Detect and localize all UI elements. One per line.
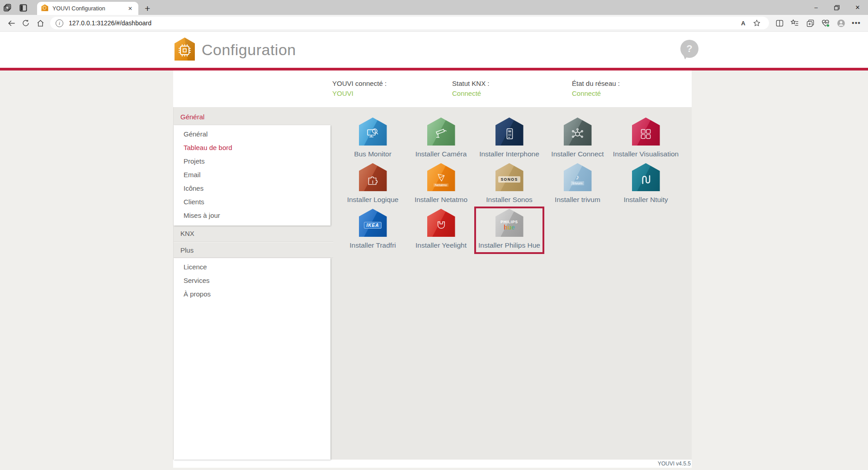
tile-installer-netatmo[interactable]: Netatmo Installer Netatmo: [407, 162, 475, 207]
url-text[interactable]: 127.0.0.1:31226/#/dashboard: [69, 19, 736, 27]
tile-label: Installer Netatmo: [415, 196, 467, 204]
tile-label: Installer Logique: [347, 196, 399, 204]
tile-label: Bus Monitor: [354, 150, 392, 158]
ntuity-logo-icon: [632, 163, 660, 191]
config-panel: YOUVI connecté : YOUVI Statut KNX : Conn…: [173, 70, 692, 468]
tile-installer-yeelight[interactable]: Installer Yeelight: [407, 207, 475, 253]
sidebar-section-general[interactable]: Général: [174, 109, 333, 125]
tile-installer-logique[interactable]: Installer Logique: [339, 162, 407, 207]
dashboard-main: Bus Monitor Installer Caméra Installer I…: [333, 107, 692, 460]
sidebar-section-knx[interactable]: KNX: [174, 226, 333, 242]
tile-label: Installer Ntuity: [623, 196, 668, 204]
browser-essentials-icon[interactable]: [818, 16, 833, 30]
window-minimize-button[interactable]: –: [806, 0, 826, 15]
tab-favicon-house-icon: [41, 4, 48, 13]
tile-bus-monitor[interactable]: Bus Monitor: [339, 116, 407, 162]
status-youvi: YOUVI connecté : YOUVI: [332, 80, 452, 107]
workspaces-icon[interactable]: [1, 1, 14, 14]
tab-title: YOUVI Configuration: [52, 5, 126, 12]
puzzle-piece-icon: [359, 163, 387, 191]
favorites-icon[interactable]: [787, 16, 802, 30]
tile-installer-visualisation[interactable]: Installer Visualisation: [612, 116, 680, 162]
netatmo-logo-icon: Netatmo: [427, 163, 455, 191]
tile-installer-trivum[interactable]: ♪ trivum Installer trivum: [543, 162, 612, 207]
page-title: Configuration: [202, 41, 296, 59]
window-close-button[interactable]: ✕: [847, 0, 868, 15]
tile-installer-camera[interactable]: Installer Caméra: [407, 116, 475, 162]
status-label: État du réseau :: [572, 80, 692, 87]
site-info-icon[interactable]: i: [56, 19, 63, 27]
help-icon[interactable]: ?: [680, 40, 698, 58]
split-screen-icon[interactable]: [772, 16, 787, 30]
page-header: Configuration ?: [0, 32, 868, 68]
sidebar-item-email[interactable]: Email: [174, 168, 330, 182]
yeelight-logo-icon: [427, 209, 455, 237]
tile-installer-tradfri[interactable]: IKEA Installer Tradfri: [339, 207, 407, 253]
tile-installer-connect[interactable]: Installer Connect: [543, 116, 612, 162]
sidebar-item-licence[interactable]: Licence: [174, 260, 330, 274]
trivum-logo-icon: ♪ trivum: [564, 163, 592, 191]
sidebar-group-plus: Licence Services À propos: [174, 258, 330, 460]
tile-installer-sonos[interactable]: SONOS Installer Sonos: [475, 162, 543, 207]
favorite-star-icon[interactable]: [750, 17, 764, 29]
sidebar-section-plus[interactable]: Plus: [174, 242, 333, 258]
browser-tab[interactable]: YOUVI Configuration ✕: [37, 2, 138, 15]
sidebar-item-tableau-de-bord[interactable]: Tableau de bord: [174, 141, 330, 155]
status-label: Statut KNX :: [452, 80, 572, 87]
tab-close-icon[interactable]: ✕: [126, 5, 134, 13]
sidebar-item-general[interactable]: Général: [174, 127, 330, 141]
cctv-camera-icon: [427, 118, 455, 146]
tile-label: Installer Interphone: [479, 150, 539, 158]
tile-label: Installer Connect: [551, 150, 604, 158]
network-nodes-icon: [564, 118, 592, 146]
back-icon[interactable]: [4, 16, 19, 30]
home-icon[interactable]: [33, 16, 47, 30]
tile-installer-interphone[interactable]: Installer Interphone: [475, 116, 543, 162]
status-knx: Statut KNX : Connecté: [452, 80, 572, 107]
new-tab-button[interactable]: +: [145, 4, 150, 13]
sidebar-item-services[interactable]: Services: [174, 274, 330, 287]
collections-icon[interactable]: [802, 16, 818, 30]
tile-label: Installer Yeelight: [415, 241, 467, 249]
status-bar: YOUVI connecté : YOUVI Statut KNX : Conn…: [173, 70, 692, 107]
sonos-logo-text: SONOS: [498, 176, 520, 183]
window-controls: – ✕: [806, 0, 868, 15]
sidebar-item-projets[interactable]: Projets: [174, 155, 330, 168]
youvi-logo-icon: [174, 37, 195, 63]
hue-logo-text: hue: [504, 224, 515, 230]
netatmo-logo-text: Netatmo: [434, 183, 448, 187]
grid-squares-icon: [632, 118, 660, 146]
tile-label: Installer trivum: [555, 196, 600, 204]
trivum-logo-text: trivum: [571, 181, 585, 185]
music-note-icon: ♪: [576, 174, 580, 180]
browser-toolbar: i 127.0.0.1:31226/#/dashboard A •••: [0, 15, 868, 32]
tile-installer-philips-hue[interactable]: PHILIPS hue Installer Philips Hue: [475, 207, 543, 253]
sidebar-group-general: Général Tableau de bord Projets Email Ic…: [174, 125, 330, 226]
vertical-tabs-icon[interactable]: [17, 1, 29, 14]
settings-menu-icon[interactable]: •••: [849, 16, 864, 30]
status-network: État du réseau : Connecté: [572, 80, 692, 107]
address-bar[interactable]: i 127.0.0.1:31226/#/dashboard A: [50, 17, 769, 29]
sidebar-item-clients[interactable]: Clients: [174, 195, 330, 209]
tile-grid: Bus Monitor Installer Caméra Installer I…: [339, 116, 692, 253]
read-aloud-icon[interactable]: A: [736, 17, 750, 29]
profile-avatar[interactable]: [833, 16, 849, 30]
intercom-panel-icon: [495, 118, 524, 146]
version-text: YOUVI v4.5.5: [658, 461, 692, 467]
tile-label: Installer Sonos: [486, 196, 533, 204]
sidebar: Général Général Tableau de bord Projets …: [173, 107, 333, 460]
sidebar-item-icones[interactable]: Icônes: [174, 182, 330, 195]
tile-label: Installer Philips Hue: [478, 241, 540, 249]
refresh-icon[interactable]: [19, 16, 33, 30]
status-label: YOUVI connecté :: [332, 80, 452, 87]
monitor-magnifier-icon: [359, 118, 387, 146]
content-area: Général Général Tableau de bord Projets …: [173, 107, 692, 460]
tile-label: Installer Tradfri: [349, 241, 396, 249]
window-restore-button[interactable]: [826, 0, 847, 15]
sidebar-item-a-propos[interactable]: À propos: [174, 287, 330, 301]
tile-label: Installer Visualisation: [613, 150, 679, 158]
tile-installer-ntuity[interactable]: Installer Ntuity: [612, 162, 680, 207]
panel-footer: YOUVI v4.5.5: [173, 460, 692, 468]
sidebar-item-mises-a-jour[interactable]: Mises à jour: [174, 209, 330, 222]
sonos-logo-icon: SONOS: [495, 163, 524, 191]
